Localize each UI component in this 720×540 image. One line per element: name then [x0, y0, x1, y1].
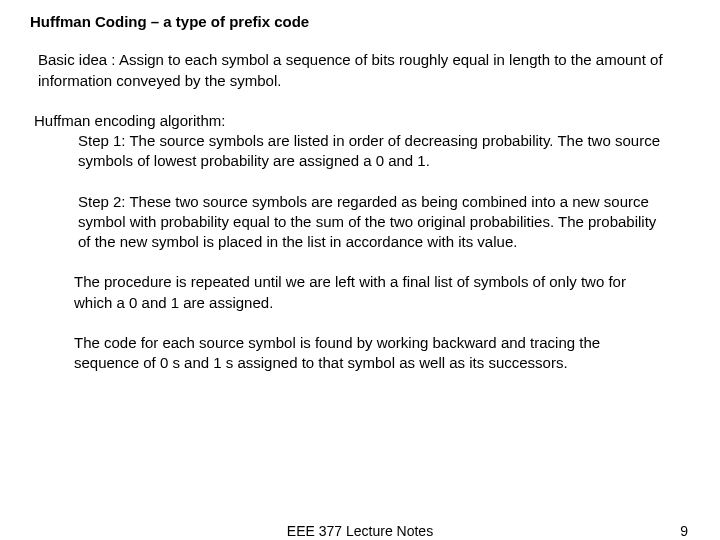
footer-course-label: EEE 377 Lecture Notes	[0, 522, 720, 540]
slide: Huffman Coding – a type of prefix code B…	[0, 0, 720, 540]
slide-title: Huffman Coding – a type of prefix code	[30, 12, 692, 32]
basic-idea-paragraph: Basic idea : Assign to each symbol a seq…	[38, 50, 682, 91]
step-1-paragraph: Step 1: The source symbols are listed in…	[78, 131, 662, 172]
footer-page-number: 9	[680, 522, 688, 540]
repeat-paragraph: The procedure is repeated until we are l…	[74, 272, 662, 313]
code-trace-paragraph: The code for each source symbol is found…	[74, 333, 662, 374]
step-2-paragraph: Step 2: These two source symbols are reg…	[78, 192, 662, 253]
algorithm-intro: Huffman encoding algorithm:	[34, 111, 692, 131]
